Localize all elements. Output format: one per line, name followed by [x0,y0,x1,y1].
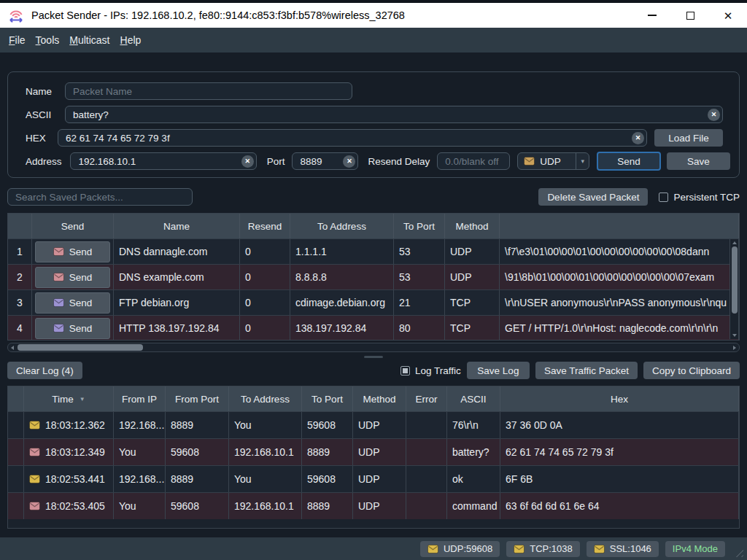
row-send-button[interactable]: Send [35,292,110,314]
scroll-left-icon[interactable] [11,346,14,350]
resize-grip[interactable] [732,546,743,557]
port-clear-button[interactable]: ✕ [343,155,355,168]
col-to-port[interactable]: To Port [394,214,445,238]
col-to-port[interactable]: To Port [302,386,353,411]
save-button[interactable]: Save [667,152,730,170]
close-button[interactable]: ✕ [709,3,747,28]
col-name[interactable]: Name [114,214,240,238]
delete-saved-packet-button[interactable]: Delete Saved Packet [538,188,648,206]
persistent-tcp-checkbox[interactable]: Persistent TCP [659,192,740,203]
col-ascii[interactable]: ASCII [447,386,500,411]
row-send-button[interactable]: Send [35,267,110,288]
scrollbar-thumb[interactable] [18,344,143,351]
tcp-port-button[interactable]: TCP:1038 [506,541,580,557]
menu-help[interactable]: Help [115,31,147,50]
maximize-button[interactable] [671,3,709,28]
udp-port-button[interactable]: UDP:59608 [420,541,500,557]
col-from-port[interactable]: From Port [166,386,229,411]
packet-name-input[interactable] [65,82,352,100]
col-error[interactable]: Error [406,386,447,411]
udp-packet-icon [427,545,438,553]
sort-descending-icon: ▼ [80,396,85,402]
col-to-address[interactable]: To Address [229,386,302,411]
corner-header [8,386,24,411]
traffic-log-table: Time▼ From IP From Port To Address To Po… [7,386,740,529]
saved-packet-row[interactable]: 3 Send FTP debian.org 0 cdimage.debian.o… [8,289,739,315]
col-resend[interactable]: Resend [240,214,290,238]
tcp-packet-icon [514,545,525,553]
row-send-button[interactable]: Send [35,241,110,262]
ssl-port-button[interactable]: SSL:1046 [587,541,659,557]
resend-delay-input[interactable] [437,152,510,170]
vertical-scrollbar[interactable] [729,239,738,339]
port-label: Port [267,156,285,167]
hex-clear-button[interactable]: ✕ [632,132,644,144]
send-button[interactable]: Send [597,152,660,171]
ascii-label: ASCII [26,109,58,120]
send-packet-icon [29,448,40,456]
persistent-tcp-label: Persistent TCP [673,192,740,203]
col-method[interactable]: Method [445,214,500,238]
tcp-packet-icon [53,298,64,307]
col-method[interactable]: Method [353,386,406,411]
clear-log-button[interactable]: Clear Log (4) [7,362,82,379]
address-clear-button[interactable]: ✕ [241,155,254,168]
clear-icon: ✕ [244,158,250,165]
menu-tools[interactable]: Tools [31,31,65,50]
col-to-address[interactable]: To Address [290,214,394,238]
col-hex[interactable]: Hex [500,386,739,411]
chevron-down-icon: ▾ [576,153,589,169]
clear-icon: ✕ [711,111,717,118]
ascii-input[interactable] [65,106,723,123]
load-file-button[interactable]: Load File [654,129,723,147]
scrollbar-thumb[interactable] [732,246,738,314]
log-toolbar: Clear Log (4) Log Traffic Save Log Save … [7,361,740,380]
checkbox-box [400,366,410,376]
log-traffic-checkbox[interactable]: Log Traffic [400,365,461,376]
save-traffic-packet-button[interactable]: Save Traffic Packet [535,362,638,379]
copy-to-clipboard-button[interactable]: Copy to Clipboard [643,362,740,379]
minimize-icon [648,15,657,16]
col-ascii[interactable] [500,214,739,238]
splitter-handle[interactable] [0,352,747,361]
ipv4-mode-button[interactable]: IPv4 Mode [665,541,725,557]
menu-bar: File Tools Multicast Help [0,28,747,52]
menu-multicast[interactable]: Multicast [64,31,115,50]
scroll-right-icon[interactable] [733,346,736,350]
search-saved-packets-input[interactable] [7,188,193,206]
close-icon: ✕ [724,10,733,21]
hex-input[interactable] [58,129,647,147]
packet-icon [524,157,535,166]
scroll-down-icon[interactable] [732,334,737,337]
window-title: Packet Sender - IPs: 192.168.10.2, fe80:… [31,9,633,21]
saved-packet-row[interactable]: 1 Send DNS dannagle.com 0 1.1.1.1 53 UDP… [8,238,739,264]
address-input[interactable] [70,152,256,170]
traffic-log-row[interactable]: 18:02:53.441 192.168.... 8889 You 59608 … [8,465,739,492]
minimize-button[interactable] [633,3,671,28]
saved-packets-header: Send Name Resend To Address To Port Meth… [8,214,739,238]
resend-delay-label: Resend Delay [368,156,430,167]
traffic-log-row[interactable]: 18:03:12.349 You 59608 192.168.10.1 8889… [8,438,739,465]
row-send-button[interactable]: Send [35,318,110,339]
save-log-button[interactable]: Save Log [467,362,530,379]
traffic-log-row[interactable]: 18:02:53.405 You 59608 192.168.10.1 8889… [8,492,739,519]
menu-file[interactable]: File [4,31,31,50]
ascii-clear-button[interactable]: ✕ [708,109,720,121]
col-send[interactable]: Send [32,214,114,238]
col-from-ip[interactable]: From IP [114,386,166,411]
name-label: Name [26,86,58,97]
protocol-select[interactable]: UDP ▾ [517,152,589,170]
packet-form-panel: Name ASCII ✕ HEX ✕ Load File Address ✕ P [7,71,740,178]
send-packet-icon [29,502,40,510]
saved-packet-row[interactable]: 4 Send HTTP 138.197.192.84 0 138.197.192… [8,315,739,341]
traffic-log-row[interactable]: 18:03:12.362 192.168.... 8889 You 59608 … [8,411,739,438]
horizontal-scrollbar[interactable] [7,343,740,352]
saved-packets-toolbar: Delete Saved Packet Persistent TCP [7,188,740,206]
col-time[interactable]: Time▼ [24,386,114,411]
udp-packet-icon [53,247,64,256]
saved-packet-row[interactable]: 2 Send DNS example.com 0 8.8.8.8 53 UDP … [8,264,739,289]
address-label: Address [26,156,63,167]
hex-label: HEX [26,133,50,144]
log-traffic-label: Log Traffic [415,365,461,376]
scroll-up-icon[interactable] [732,241,737,244]
